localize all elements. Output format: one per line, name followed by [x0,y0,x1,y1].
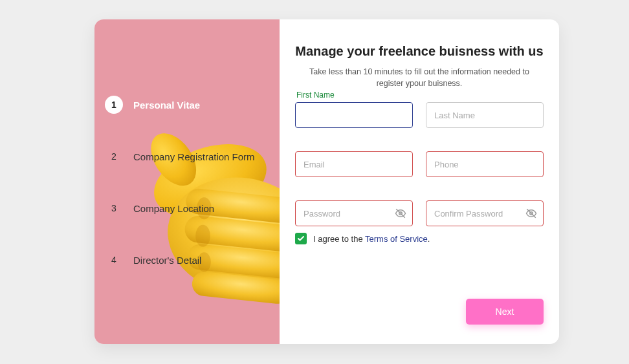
password-field-wrapper [295,200,413,226]
step-label: Director's Detail [133,255,201,266]
page-title: Manage your freelance buisness with us [295,44,544,59]
step-number: 1 [105,96,123,114]
email-field-wrapper [295,151,413,177]
terms-text: I agree to the Terms of Service. [313,234,430,244]
next-button[interactable]: Next [466,299,544,325]
terms-suffix: . [428,234,430,244]
first-name-input[interactable] [295,102,413,128]
phone-field-wrapper [426,151,544,177]
terms-prefix: I agree to the [313,234,365,244]
sidebar-step-directors-detail[interactable]: 4 Director's Detail [94,251,280,269]
sidebar: 1 Personal Vitae 2 Company Registration … [94,19,280,344]
step-number: 2 [105,147,123,166]
first-name-field-wrapper: First Name [295,102,413,128]
phone-input[interactable] [426,151,544,177]
first-name-label: First Name [296,91,335,100]
page-subtitle: Take less than 10 minutes to fill out th… [296,67,542,89]
sidebar-step-company-registration[interactable]: 2 Company Registration Form [94,147,280,166]
terms-checkbox[interactable] [295,233,307,244]
step-label: Company Registration Form [133,151,255,162]
last-name-input[interactable] [426,102,544,128]
last-name-field-wrapper [426,102,544,128]
terms-link[interactable]: Terms of Service [365,234,428,244]
sidebar-step-personal-vitae[interactable]: 1 Personal Vitae [94,96,280,114]
check-icon [297,235,305,242]
email-input[interactable] [295,151,413,177]
form-panel: Manage your freelance buisness with us T… [280,19,559,344]
terms-row: I agree to the Terms of Service. [295,233,544,244]
confirm-password-field-wrapper [426,200,544,226]
step-label: Company Location [133,203,214,214]
step-label: Personal Vitae [133,100,200,111]
eye-off-icon[interactable] [525,208,537,219]
step-number: 3 [105,199,123,217]
registration-card: 1 Personal Vitae 2 Company Registration … [94,19,559,344]
eye-off-icon[interactable] [395,208,406,219]
step-number: 4 [105,251,123,269]
sidebar-step-company-location[interactable]: 3 Company Location [94,199,280,217]
